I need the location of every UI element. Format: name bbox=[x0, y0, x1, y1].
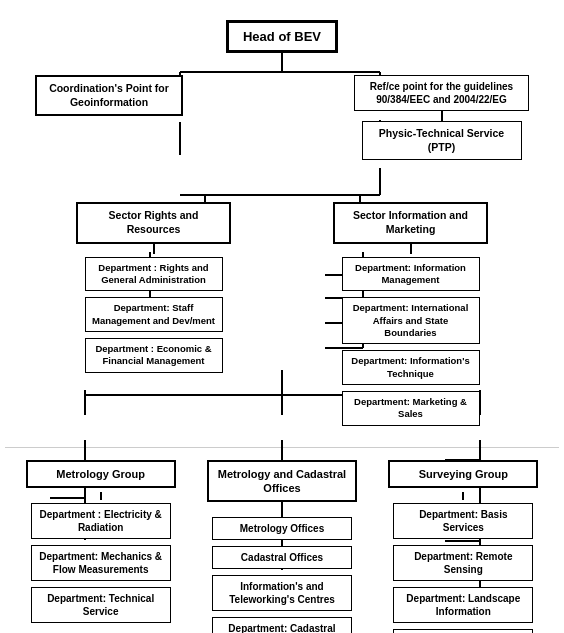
ref-physic-vline bbox=[441, 111, 443, 121]
cadastral-dept-1: Cadastral Offices bbox=[212, 546, 352, 569]
sector-info-col: Sector Information and Marketing Departm… bbox=[333, 202, 488, 428]
surveying-group-box: Surveying Group bbox=[388, 460, 538, 488]
info-dept-3: Department: Information's Technique bbox=[342, 350, 480, 385]
cadastral-dept-3: Department: Cadastral Archive bbox=[212, 617, 352, 633]
head-row: Head of BEV bbox=[5, 10, 559, 53]
ref-physic-col: Ref/ce point for the guidelines 90/384/E… bbox=[354, 75, 529, 160]
physic-box: Physic-Technical Service (PTP) bbox=[362, 121, 522, 160]
rights-depts: Department : Rights and General Administ… bbox=[85, 254, 223, 376]
cadastral-col: Metrology and Cadastral Offices Metrolog… bbox=[197, 460, 367, 633]
surveying-col: Surveying Group Department: Basis Servic… bbox=[378, 460, 548, 633]
surveying-dept-2: Department: Landscape Information bbox=[393, 587, 533, 623]
cadastral-depts: Metrology Offices Cadastral Offices Info… bbox=[212, 514, 352, 633]
metrology-depts: Department : Electricity & Radiation Dep… bbox=[31, 500, 171, 626]
rights-dept-1: Department : Rights and General Administ… bbox=[85, 257, 223, 292]
coord-col: Coordination's Point for Geoinformation bbox=[35, 75, 183, 116]
row2: Coordination's Point for Geoinformation … bbox=[5, 75, 559, 160]
sector-rights-col: Sector Rights and Resources Department :… bbox=[76, 202, 231, 428]
surveying-depts: Department: Basis Services Department: R… bbox=[393, 500, 533, 633]
info-dept-2: Department: International Affairs and St… bbox=[342, 297, 480, 344]
cadastral-dept-2: Information's and Teleworking's Centres bbox=[212, 575, 352, 611]
info-dept-4: Department: Marketing & Sales bbox=[342, 391, 480, 426]
info-dept-1: Department: Information Management bbox=[342, 257, 480, 292]
rights-dept-2: Department: Staff Management and Dev/men… bbox=[85, 297, 223, 332]
bottom-groups: Metrology Group Department : Electricity… bbox=[5, 460, 559, 633]
surveying-dept-3: Department: Cartography bbox=[393, 629, 533, 633]
metrology-dept-0: Department : Electricity & Radiation bbox=[31, 503, 171, 539]
metrology-dept-1: Department: Mechanics & Flow Measurement… bbox=[31, 545, 171, 581]
org-chart: Head of BEV Coordination's Point for Geo… bbox=[0, 0, 564, 633]
rights-dept-3: Department : Economic & Financial Manage… bbox=[85, 338, 223, 373]
sector-info-box: Sector Information and Marketing bbox=[333, 202, 488, 243]
metrology-col: Metrology Group Department : Electricity… bbox=[16, 460, 186, 626]
cadastral-group-box: Metrology and Cadastral Offices bbox=[207, 460, 357, 503]
sectors-row: Sector Rights and Resources Department :… bbox=[5, 202, 559, 428]
sector-rights-box: Sector Rights and Resources bbox=[76, 202, 231, 243]
bottom-separator bbox=[5, 447, 559, 456]
metrology-dept-2: Department: Technical Service bbox=[31, 587, 171, 623]
head-box: Head of BEV bbox=[226, 20, 338, 53]
surveying-dept-1: Department: Remote Sensing bbox=[393, 545, 533, 581]
metrology-group-box: Metrology Group bbox=[26, 460, 176, 488]
coord-box: Coordination's Point for Geoinformation bbox=[35, 75, 183, 116]
surveying-dept-0: Department: Basis Services bbox=[393, 503, 533, 539]
ref-box: Ref/ce point for the guidelines 90/384/E… bbox=[354, 75, 529, 111]
info-depts: Department: Information Management Depar… bbox=[342, 254, 480, 429]
cadastral-dept-0: Metrology Offices bbox=[212, 517, 352, 540]
